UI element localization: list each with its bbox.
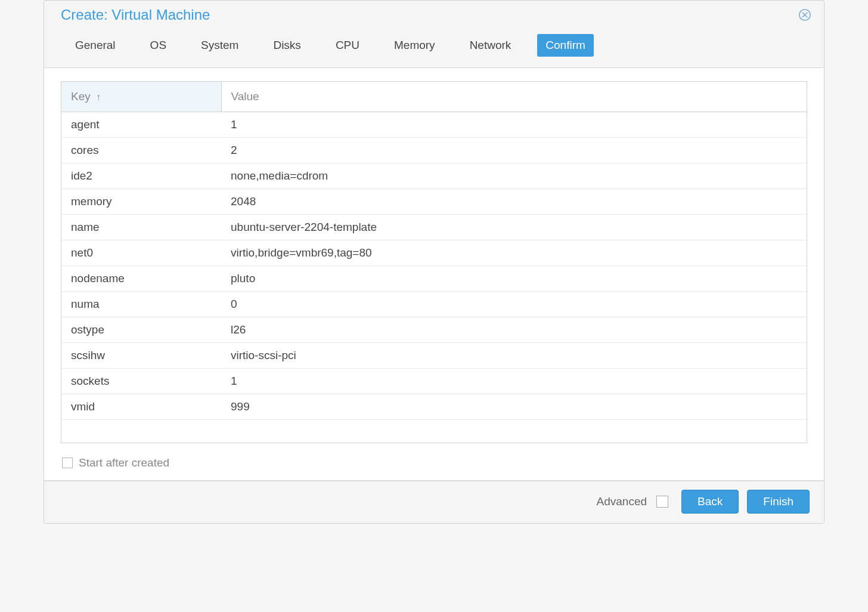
cell-key: ide2 (61, 163, 221, 189)
tab-cpu[interactable]: CPU (327, 34, 368, 57)
summary-table: Key ↑ Value agent1cores2ide2none,media=c… (61, 82, 807, 443)
cell-key: nodename (61, 266, 221, 292)
cell-value: ubuntu-server-2204-template (221, 215, 807, 240)
dialog-header: Create: Virtual Machine (44, 1, 824, 28)
tab-confirm[interactable]: Confirm (537, 34, 594, 57)
cell-key: cores (61, 138, 221, 163)
sort-ascending-icon: ↑ (96, 92, 101, 102)
advanced-label: Advanced (597, 495, 647, 508)
table-row[interactable]: net0virtio,bridge=vmbr69,tag=80 (61, 240, 807, 266)
cell-key: agent (61, 112, 221, 138)
cell-value: pluto (221, 266, 807, 292)
table-row[interactable]: numa0 (61, 292, 807, 317)
tab-memory[interactable]: Memory (386, 34, 444, 57)
cell-key: numa (61, 292, 221, 317)
wizard-tabs: General OS System Disks CPU Memory Netwo… (44, 28, 824, 67)
cell-value: 1 (221, 369, 807, 394)
table-row[interactable]: scsihwvirtio-scsi-pci (61, 343, 807, 369)
cell-key: name (61, 215, 221, 240)
tab-system[interactable]: System (193, 34, 247, 57)
close-button[interactable] (798, 8, 812, 22)
table-row[interactable]: cores2 (61, 138, 807, 163)
table-row[interactable]: nameubuntu-server-2204-template (61, 215, 807, 240)
cell-value: none,media=cdrom (221, 163, 807, 189)
finish-button[interactable]: Finish (747, 490, 810, 514)
cell-value: virtio-scsi-pci (221, 343, 807, 369)
tab-os[interactable]: OS (142, 34, 175, 57)
start-after-created-checkbox[interactable] (62, 458, 73, 468)
table-row[interactable]: ostypel26 (61, 317, 807, 343)
tab-disks[interactable]: Disks (265, 34, 309, 57)
cell-key: net0 (61, 240, 221, 266)
close-icon (798, 8, 811, 21)
tab-network[interactable]: Network (461, 34, 520, 57)
dialog-footer: Advanced Back Finish (44, 481, 824, 523)
cell-key: ostype (61, 317, 221, 343)
table-row-empty (61, 420, 807, 443)
summary-table-container: Key ↑ Value agent1cores2ide2none,media=c… (61, 81, 807, 443)
cell-value: 0 (221, 292, 807, 317)
table-row[interactable]: vmid999 (61, 394, 807, 420)
back-button[interactable]: Back (681, 490, 739, 514)
cell-value: 1 (221, 112, 807, 138)
table-row[interactable]: memory2048 (61, 189, 807, 215)
table-row[interactable]: agent1 (61, 112, 807, 138)
cell-value: l26 (221, 317, 807, 343)
table-row[interactable]: nodenamepluto (61, 266, 807, 292)
cell-value: 2 (221, 138, 807, 163)
cell-key: vmid (61, 394, 221, 420)
table-row[interactable]: sockets1 (61, 369, 807, 394)
start-after-created-row: Start after created (44, 452, 824, 480)
cell-value: 2048 (221, 189, 807, 215)
table-row[interactable]: ide2none,media=cdrom (61, 163, 807, 189)
cell-value: virtio,bridge=vmbr69,tag=80 (221, 240, 807, 266)
create-vm-dialog: Create: Virtual Machine General OS Syste… (44, 0, 824, 524)
cell-value: 999 (221, 394, 807, 420)
column-header-value[interactable]: Value (221, 82, 807, 112)
dialog-title: Create: Virtual Machine (61, 7, 210, 23)
cell-key: memory (61, 189, 221, 215)
cell-key: scsihw (61, 343, 221, 369)
confirm-panel: Key ↑ Value agent1cores2ide2none,media=c… (44, 67, 824, 481)
cell-key: sockets (61, 369, 221, 394)
tab-general[interactable]: General (67, 34, 124, 57)
start-after-created-label: Start after created (79, 456, 169, 469)
column-header-key[interactable]: Key ↑ (61, 82, 221, 112)
advanced-checkbox[interactable] (656, 496, 668, 508)
